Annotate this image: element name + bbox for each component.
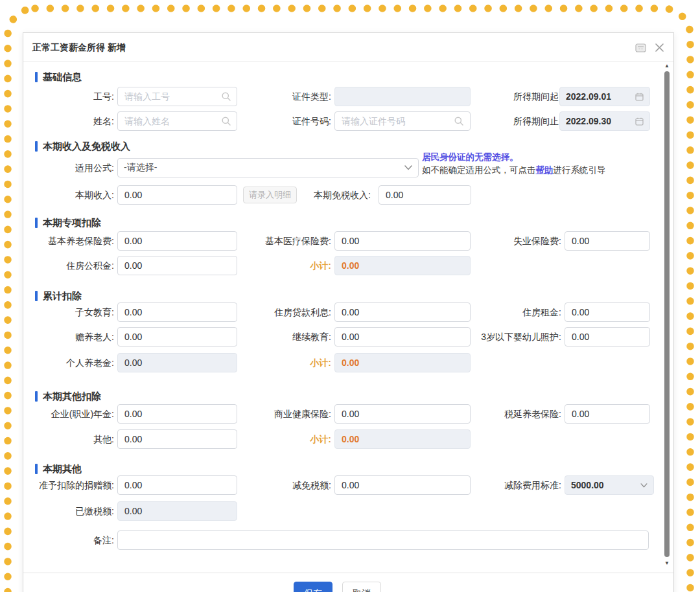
commercial-health-insurance-label: 商业健康保险: [218,404,331,424]
donation-label: 准予扣除的捐赠额: [23,475,114,495]
formula-select[interactable]: -请选择- [117,158,419,177]
current-income-label: 本期收入: [23,185,114,205]
formula-label: 适用公式: [23,158,114,177]
period-end-input[interactable]: 2022.09.30 [559,111,650,131]
fee-standard-value: 5000.00 [571,480,604,490]
infant-care-input[interactable] [565,327,650,347]
continuing-education-label: 继续教育: [218,327,331,347]
enterprise-annuity-label: 企业(职业)年金: [23,404,114,424]
tax-free-income-input[interactable] [379,185,471,205]
current-income-input[interactable] [117,185,237,205]
chevron-down-icon [640,483,648,488]
tax-deferred-pension-label: 税延养老保险: [438,404,561,424]
scrollbar-up-arrow[interactable]: ▲ [663,63,671,69]
page-background: 正常工资薪金所得 新增 基础信息 工号: [0,0,700,592]
paid-tax-input [117,501,237,521]
period-start-value: 2022.09.01 [566,91,611,102]
paid-tax-label: 已缴税额: [23,501,114,521]
section-bar [35,291,38,301]
id-type-label: 证件类型: [218,87,331,106]
scrollbar-thumb[interactable] [664,71,670,557]
section-bar [35,141,38,152]
other-deduction-subtotal-input [334,429,471,449]
calculator-icon[interactable] [635,43,646,55]
special-subtotal-input [334,256,471,275]
section-current-income: 本期收入及免税收入 [35,140,130,153]
personal-pension-label: 个人养老金: [23,353,114,372]
section-basic-info: 基础信息 [35,71,82,84]
section-bar [35,464,38,474]
footer-divider [23,573,673,573]
chevron-down-icon [404,165,412,170]
name-label: 姓名: [23,111,114,131]
scrollbar[interactable]: ▲ ▼ [663,63,671,575]
section-bar [35,218,38,228]
section-title: 基础信息 [43,71,82,84]
cancel-button[interactable]: 取消 [342,582,381,592]
section-current-other: 本期其他 [35,462,82,475]
housing-loan-interest-label: 住房贷款利息: [218,302,331,322]
help-link[interactable]: 帮助 [536,165,554,175]
period-start-label: 所得期间起: [438,87,561,106]
notice-line1: 居民身份证的无需选择。 [422,151,606,164]
section-cumulative-deduction: 累计扣除 [35,290,82,302]
section-bar [35,391,38,402]
employee-id-label: 工号: [23,87,114,106]
medical-insurance-label: 基本医疗保险费: [218,231,331,251]
other-deduction-label: 其他: [23,429,114,449]
section-title: 本期其他 [43,463,82,475]
unemployment-insurance-input[interactable] [565,231,650,251]
section-title: 累计扣除 [43,290,82,302]
section-title: 本期收入及免税收入 [43,141,130,153]
section-title: 本期其他扣除 [43,391,101,403]
tax-deferred-pension-input[interactable] [565,404,650,424]
elderly-support-label: 赡养老人: [23,327,114,347]
dialog-title: 正常工资薪金所得 新增 [32,33,126,62]
dialog-normal-salary-income: 正常工资薪金所得 新增 基础信息 工号: [23,32,674,592]
infant-care-label: 3岁以下婴幼儿照护: [438,327,561,347]
special-subtotal-label: 小计: [218,256,331,275]
children-education-label: 子女教育: [23,302,114,322]
cumulative-subtotal-input [334,353,471,372]
housing-rent-label: 住房租金: [438,302,561,322]
remark-label: 备注: [23,530,114,550]
section-title: 本期专项扣除 [43,217,101,229]
tax-relief-label: 减免税额: [218,475,331,495]
notice-line2-post: 进行系统引导 [554,165,606,175]
cumulative-subtotal-label: 小计: [218,353,331,372]
period-start-input[interactable]: 2022.09.01 [559,87,650,106]
dialog-header: 正常工资薪金所得 新增 [23,33,673,62]
unemployment-insurance-label: 失业保险费: [438,231,561,251]
other-deduction-subtotal-label: 小计: [218,429,331,449]
section-bar [35,72,38,82]
period-end-value: 2022.09.30 [566,116,611,126]
save-button[interactable]: 保存 [294,582,332,592]
tax-free-income-label: 本期免税收入: [270,185,371,205]
scrollbar-down-arrow[interactable]: ▼ [663,560,671,567]
section-other-deduction: 本期其他扣除 [35,390,101,403]
housing-fund-label: 住房公积金: [23,256,114,275]
pension-insurance-label: 基本养老保险费: [23,231,114,251]
period-end-label: 所得期间止: [438,111,561,131]
calendar-icon [635,117,644,126]
formula-value: -请选择- [124,162,157,174]
calendar-icon [635,93,644,101]
remark-input[interactable] [117,530,649,550]
housing-rent-input[interactable] [565,302,650,322]
id-number-label: 证件号码: [218,111,331,131]
close-icon[interactable] [653,41,666,56]
fee-standard-select[interactable]: 5000.00 [565,475,654,495]
formula-notice: 居民身份证的无需选择。 如不能确定适用公式，可点击帮助进行系统引导 [422,151,606,177]
section-special-deduction: 本期专项扣除 [35,216,101,229]
fee-standard-label: 减除费用标准: [438,475,561,495]
notice-line2-pre: 如不能确定适用公式，可点击 [422,165,536,175]
